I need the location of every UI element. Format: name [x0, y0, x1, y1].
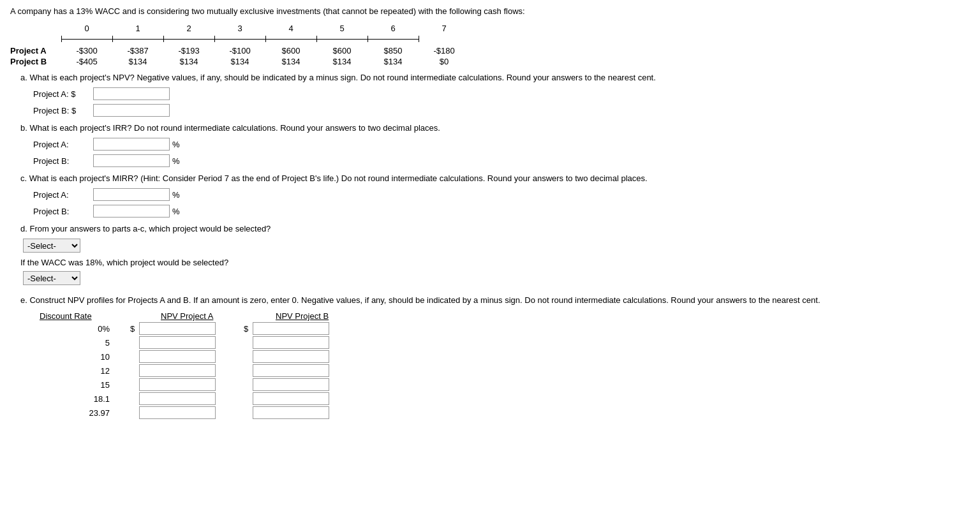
npv-a-cell-15: $ — [130, 378, 226, 391]
section-b-project-a-row: Project A: % — [33, 138, 970, 151]
npv-input-b-10[interactable] — [253, 350, 329, 363]
section-c-project-b-label: Project B: — [33, 207, 91, 216]
npv-col-discount-header: Discount Rate — [40, 311, 122, 321]
npv-b-cell-15: $ — [244, 378, 339, 391]
npv-b-cell-12: $ — [244, 364, 339, 377]
project-b-val-0: -$405 — [61, 57, 112, 66]
period-1: 1 — [112, 24, 163, 33]
npv-table-header: Discount Rate NPV Project A NPV Project … — [40, 311, 970, 321]
section-d-select-1[interactable]: -Select- Project A Project B — [23, 239, 80, 253]
project-a-val-7: -$180 — [419, 46, 470, 55]
npv-input-a-23-97[interactable] — [139, 406, 216, 419]
npv-row-15: 15 $ $ — [40, 378, 970, 391]
npv-b-cell-5: $ — [244, 336, 339, 349]
npv-input-b-5[interactable] — [253, 336, 329, 349]
project-b-val-6: $134 — [368, 57, 419, 66]
section-b-question: b. What is each project's IRR? Do not ro… — [20, 123, 970, 133]
section-b-project-b-row: Project B: % — [33, 154, 970, 167]
npv-col-a-header: NPV Project A — [161, 311, 256, 321]
project-b-val-3: $134 — [214, 57, 265, 66]
project-a-val-3: -$100 — [214, 46, 265, 55]
npv-row-18-1: 18.1 $ $ — [40, 392, 970, 405]
timeline-numbers: 0 1 2 3 4 5 6 7 — [61, 24, 970, 33]
npv-input-a-12[interactable] — [139, 364, 216, 377]
section-b-project-a-input[interactable] — [93, 138, 170, 151]
npv-input-b-23-97[interactable] — [253, 406, 329, 419]
section-c-project-a-input[interactable] — [93, 188, 170, 201]
npv-input-b-15[interactable] — [253, 378, 329, 391]
npv-a-cell-0: $ — [130, 322, 226, 335]
npv-row-12: 12 $ $ — [40, 364, 970, 377]
project-b-val-2: $134 — [163, 57, 214, 66]
project-a-val-2: -$193 — [163, 46, 214, 55]
section-a-project-b-label: Project B: $ — [33, 106, 91, 115]
section-d-select-container-1: -Select- Project A Project B — [23, 239, 970, 253]
section-c-project-b-row: Project B: % — [33, 205, 970, 218]
section-b: b. What is each project's IRR? Do not ro… — [20, 123, 970, 167]
npv-rate-18-1: 18.1 — [40, 394, 122, 404]
period-6: 6 — [368, 24, 419, 33]
npv-col-b-header: NPV Project B — [276, 311, 371, 321]
npv-dollar-b-0: $ — [244, 324, 251, 334]
section-b-project-b-input[interactable] — [93, 154, 170, 167]
npv-input-a-15[interactable] — [139, 378, 216, 391]
npv-input-a-5[interactable] — [139, 336, 216, 349]
npv-b-cell-18-1: $ — [244, 392, 339, 405]
section-a-project-a-input[interactable] — [93, 87, 170, 100]
npv-input-b-18-1[interactable] — [253, 392, 329, 405]
npv-input-a-18-1[interactable] — [139, 392, 216, 405]
npv-a-cell-12: $ — [130, 364, 226, 377]
period-2: 2 — [163, 24, 214, 33]
npv-row-23-97: 23.97 $ $ — [40, 406, 970, 419]
npv-rate-15: 15 — [40, 380, 122, 390]
section-b-project-a-label: Project A: — [33, 140, 91, 149]
section-c: c. What is each project's MIRR? (Hint: C… — [20, 173, 970, 218]
project-a-val-4: $600 — [265, 46, 316, 55]
period-7: 7 — [419, 24, 470, 33]
section-d-question: d. From your answers to parts a-c, which… — [20, 224, 970, 233]
section-d-select-2[interactable]: -Select- Project A Project B — [23, 271, 80, 285]
period-3: 3 — [214, 24, 265, 33]
timeline-bar — [61, 34, 970, 43]
npv-input-a-10[interactable] — [139, 350, 216, 363]
npv-input-b-12[interactable] — [253, 364, 329, 377]
section-c-project-a-row: Project A: % — [33, 188, 970, 201]
project-a-val-0: -$300 — [61, 46, 112, 55]
npv-input-a-0[interactable] — [139, 322, 216, 335]
project-b-val-5: $134 — [316, 57, 368, 66]
project-b-val-7: $0 — [419, 57, 470, 66]
npv-rate-12: 12 — [40, 366, 122, 376]
project-b-label: Project B — [10, 57, 61, 66]
npv-a-cell-18-1: $ — [130, 392, 226, 405]
section-c-project-a-percent: % — [172, 190, 180, 200]
period-0: 0 — [61, 24, 112, 33]
npv-rate-23-97: 23.97 — [40, 408, 122, 418]
project-a-row: Project A -$300 -$387 -$193 -$100 $600 $… — [10, 46, 970, 55]
section-e-question: e. Construct NPV profiles for Projects A… — [20, 295, 970, 305]
npv-rate-0: 0% — [40, 324, 122, 334]
npv-b-cell-10: $ — [244, 350, 339, 363]
section-c-project-b-percent: % — [172, 207, 180, 216]
section-d-select-container-2: -Select- Project A Project B — [23, 271, 970, 285]
section-b-project-a-percent: % — [172, 140, 180, 149]
intro-text: A company has a 13% WACC and is consider… — [10, 6, 970, 16]
section-d: d. From your answers to parts a-c, which… — [20, 224, 970, 285]
npv-input-b-0[interactable] — [253, 322, 329, 335]
npv-rate-10: 10 — [40, 352, 122, 362]
npv-table: Discount Rate NPV Project A NPV Project … — [40, 311, 970, 419]
project-b-row: Project B -$405 $134 $134 $134 $134 $134… — [10, 57, 970, 66]
section-a: a. What is each project's NPV? Negative … — [20, 73, 970, 117]
period-4: 4 — [265, 24, 316, 33]
npv-a-cell-10: $ — [130, 350, 226, 363]
section-e: e. Construct NPV profiles for Projects A… — [20, 295, 970, 419]
section-c-project-b-input[interactable] — [93, 205, 170, 218]
npv-dollar-a-0: $ — [130, 324, 138, 334]
section-a-project-b-input[interactable] — [93, 104, 170, 117]
period-5: 5 — [316, 24, 368, 33]
section-d-sub-question: If the WACC was 18%, which project would… — [20, 258, 970, 267]
section-a-project-a-label: Project A: $ — [33, 89, 91, 99]
npv-b-cell-23-97: $ — [244, 406, 339, 419]
project-b-values: -$405 $134 $134 $134 $134 $134 $134 $0 — [61, 57, 470, 66]
project-a-values: -$300 -$387 -$193 -$100 $600 $600 $850 -… — [61, 46, 470, 55]
section-a-project-a-row: Project A: $ — [33, 87, 970, 100]
